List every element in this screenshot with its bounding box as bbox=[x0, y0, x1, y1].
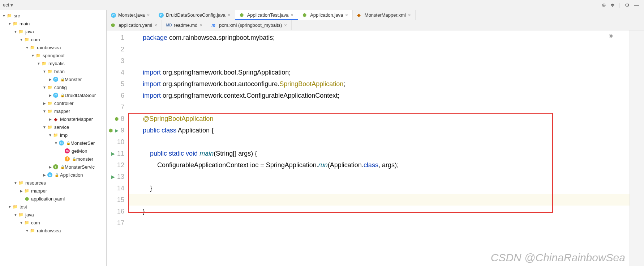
expand-arrow-icon[interactable]: ▶ bbox=[43, 101, 46, 105]
close-icon[interactable]: × bbox=[408, 12, 411, 18]
tree-item[interactable]: ▼📁 java bbox=[0, 211, 106, 219]
close-icon[interactable]: × bbox=[200, 22, 203, 28]
project-tree[interactable]: ▼📁 src▼📁 main▼📁 java▼📁 com▼📁 rainbowsea▼… bbox=[0, 10, 106, 235]
run-icon[interactable]: ▶ bbox=[111, 174, 115, 180]
expand-arrow-icon[interactable]: ▼ bbox=[48, 133, 52, 137]
tree-item[interactable]: m getMon bbox=[0, 147, 106, 155]
gutter-line[interactable]: 5 bbox=[107, 78, 124, 90]
gutter-line[interactable]: ⬢▶9 bbox=[107, 124, 124, 136]
tree-item[interactable]: ▶I🔒 MonsterServic bbox=[0, 163, 106, 171]
tree-item[interactable]: ▼📁 service bbox=[0, 123, 106, 131]
tree-item[interactable]: ▶📁 controller bbox=[0, 99, 106, 107]
editor-tab[interactable]: CMonster.java× bbox=[107, 10, 154, 20]
expand-arrow-icon[interactable]: ▼ bbox=[14, 213, 17, 217]
tree-item[interactable]: ▼📁 rainbowsea bbox=[0, 43, 106, 51]
tree-item[interactable]: ▼📁 src bbox=[0, 12, 106, 20]
expand-arrow-icon[interactable]: ▼ bbox=[2, 14, 6, 18]
gutter-line[interactable]: 16 bbox=[107, 206, 124, 217]
tree-item[interactable]: ▶C🔒 Monster bbox=[0, 75, 106, 83]
tree-item[interactable]: ▼📁 com bbox=[0, 35, 106, 43]
gutter-line[interactable]: 15 bbox=[107, 194, 124, 206]
project-dropdown[interactable]: ect bbox=[3, 2, 9, 8]
tree-item[interactable]: ▶◆ MonsterMapper bbox=[0, 115, 106, 123]
tree-item[interactable]: ⬢ application.yaml bbox=[0, 195, 106, 203]
chevron-down-icon[interactable]: ▾ bbox=[10, 2, 13, 8]
editor-tab[interactable]: CDruidDataSourceConfig.java× bbox=[154, 10, 235, 20]
gear-icon[interactable]: ⚙ bbox=[625, 2, 630, 8]
gutter-line[interactable]: 4 bbox=[107, 67, 124, 78]
gutter-line[interactable]: 14 bbox=[107, 182, 124, 194]
expand-arrow-icon[interactable]: ▼ bbox=[43, 125, 46, 129]
editor-tab[interactable]: ⬢application.yaml× bbox=[107, 20, 162, 30]
tree-item[interactable]: ▼📁 java bbox=[0, 28, 106, 35]
close-icon[interactable]: × bbox=[154, 22, 157, 28]
gutter-line[interactable]: 10 bbox=[107, 136, 124, 148]
expand-arrow-icon[interactable]: ▼ bbox=[8, 205, 12, 209]
editor-tab[interactable]: ⬢Application.java× bbox=[298, 10, 353, 20]
spring-bean-icon[interactable]: ⬢ bbox=[109, 128, 113, 133]
expand-arrow-icon[interactable]: ▶ bbox=[48, 165, 52, 169]
expand-arrow-icon[interactable]: ▶ bbox=[48, 77, 52, 81]
gutter-line[interactable]: 12 bbox=[107, 159, 124, 171]
editor-tab[interactable]: MDreadme.md× bbox=[162, 20, 207, 30]
expand-arrow-icon[interactable]: ▼ bbox=[8, 22, 12, 26]
expand-arrow-icon[interactable]: ▶ bbox=[48, 93, 52, 97]
close-icon[interactable]: × bbox=[147, 12, 150, 18]
run-icon[interactable]: ▶ bbox=[115, 128, 119, 133]
gutter-line[interactable]: ▶13 bbox=[107, 171, 124, 182]
expand-arrow-icon[interactable]: ▼ bbox=[25, 46, 29, 50]
close-icon[interactable]: × bbox=[228, 12, 231, 18]
gutter-line[interactable]: 1 bbox=[107, 32, 124, 43]
tree-item[interactable]: ▼📁 main bbox=[0, 20, 106, 28]
spring-bean-icon[interactable]: ⬢ bbox=[115, 116, 119, 122]
tree-item[interactable]: ▼📁 test bbox=[0, 203, 106, 211]
gutter-line[interactable]: 2 bbox=[107, 43, 124, 55]
locate-icon[interactable]: ⊕ bbox=[602, 2, 606, 8]
expand-arrow-icon[interactable]: ▼ bbox=[43, 109, 46, 113]
tree-item[interactable]: ▼📁 resources bbox=[0, 179, 106, 187]
tree-item[interactable]: f🔒 monster bbox=[0, 155, 106, 163]
tree-item[interactable]: ▶📁 mapper bbox=[0, 187, 106, 195]
expand-arrow-icon[interactable]: ▼ bbox=[20, 221, 23, 225]
expand-arrow-icon[interactable]: ▼ bbox=[14, 30, 17, 34]
tree-item[interactable]: ▼C🔒 MonsterSer bbox=[0, 139, 106, 147]
tree-item[interactable]: ▼📁 bean bbox=[0, 67, 106, 75]
editor-tab[interactable]: ◆MonsterMapper.xml× bbox=[353, 10, 416, 20]
expand-arrow-icon[interactable]: ▶ bbox=[20, 189, 23, 193]
editor-tab[interactable]: mpom.xml (springboot_mybaits)× bbox=[207, 20, 292, 30]
code-content[interactable]: ◉ package com.rainbowsea.springboot.myba… bbox=[128, 30, 630, 266]
minimap-strip[interactable] bbox=[630, 30, 644, 266]
expand-arrow-icon[interactable]: ▶ bbox=[43, 173, 46, 177]
expand-arrow-icon[interactable]: ▼ bbox=[43, 85, 46, 89]
expand-arrow-icon[interactable]: ▼ bbox=[31, 54, 35, 58]
tree-item[interactable]: ▶C🔒 Application bbox=[0, 171, 106, 179]
expand-arrow-icon[interactable]: ▼ bbox=[54, 141, 58, 145]
tree-item[interactable]: ▼📁 impl bbox=[0, 131, 106, 139]
tree-item[interactable]: ▼📁 springboot bbox=[0, 51, 106, 59]
expand-arrow-icon[interactable]: ▼ bbox=[43, 69, 46, 73]
expand-arrow-icon[interactable]: ▼ bbox=[20, 38, 23, 42]
tree-item[interactable]: ▼📁 mapper bbox=[0, 107, 106, 115]
minimize-icon[interactable]: — bbox=[634, 2, 639, 8]
tree-item[interactable]: ▼📁 config bbox=[0, 83, 106, 91]
tree-item[interactable]: ▼📁 com bbox=[0, 219, 106, 227]
editor-area[interactable]: 1234567⬢8⬢▶910▶1112▶1314151617 ◉ package… bbox=[107, 30, 644, 266]
tree-item[interactable]: ▶C🔒 DruidDataSour bbox=[0, 91, 106, 99]
gutter-line[interactable]: 6 bbox=[107, 90, 124, 101]
gutter-line[interactable]: ⬢8 bbox=[107, 113, 124, 124]
collapse-icon[interactable]: ≑ bbox=[610, 2, 615, 8]
expand-arrow-icon[interactable]: ▼ bbox=[37, 62, 40, 66]
close-icon[interactable]: × bbox=[291, 12, 294, 18]
gutter-line[interactable]: 3 bbox=[107, 55, 124, 67]
close-icon[interactable]: × bbox=[345, 12, 348, 18]
editor-tab[interactable]: ⬢ApplicationTest.java× bbox=[235, 10, 299, 20]
tree-item[interactable]: ▼📁 rainbowsea bbox=[0, 227, 106, 235]
close-icon[interactable]: × bbox=[284, 22, 287, 28]
expand-arrow-icon[interactable]: ▼ bbox=[25, 229, 29, 233]
gutter-line[interactable]: ▶11 bbox=[107, 148, 124, 159]
tree-item[interactable]: ▼📁 mybatis bbox=[0, 59, 106, 67]
run-icon[interactable]: ▶ bbox=[111, 151, 115, 156]
gutter-line[interactable]: 7 bbox=[107, 101, 124, 113]
expand-arrow-icon[interactable]: ▼ bbox=[14, 181, 17, 185]
reader-mode-icon[interactable]: ◉ bbox=[609, 33, 613, 38]
